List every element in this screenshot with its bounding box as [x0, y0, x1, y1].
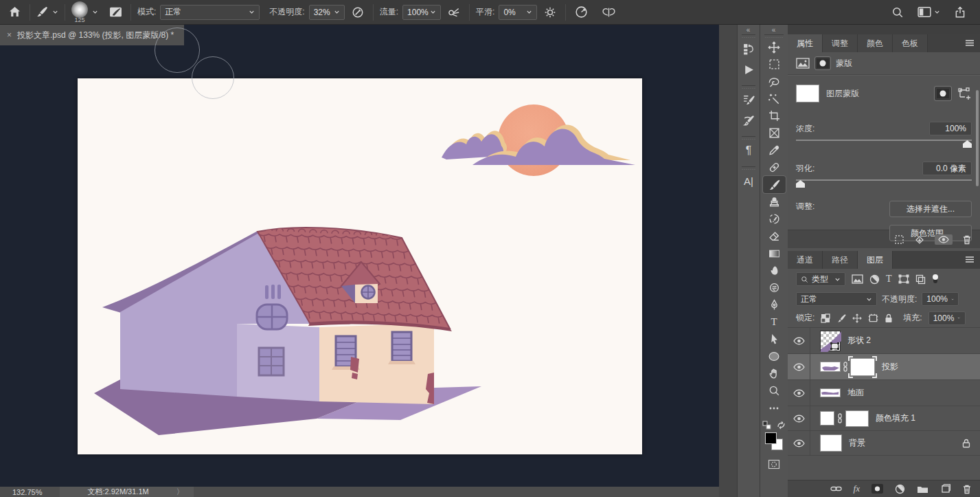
tab-swatches[interactable]: 色板: [893, 34, 928, 52]
panel-menu-icon[interactable]: [965, 256, 975, 263]
smoothing-options-gear-icon[interactable]: [541, 3, 559, 21]
apply-mask-icon[interactable]: [914, 234, 925, 245]
smudge-tool[interactable]: [763, 262, 786, 279]
lock-pixels-icon[interactable]: [836, 313, 846, 323]
clone-stamp-tool[interactable]: [763, 193, 786, 210]
layer-thumbnail[interactable]: [820, 434, 842, 452]
tab-channels[interactable]: 通道: [788, 251, 823, 269]
actions-panel-icon[interactable]: [738, 59, 760, 80]
layer-fill-select[interactable]: 100%: [928, 311, 966, 325]
brush-settings-panel-icon[interactable]: [738, 89, 760, 110]
collapse-panels-button[interactable]: «: [738, 25, 760, 34]
magic-wand-tool[interactable]: [763, 90, 786, 107]
select-and-mask-button[interactable]: 选择并遮住...: [889, 201, 972, 217]
collapse-tools-button[interactable]: «: [760, 25, 788, 34]
vector-mask-button[interactable]: [958, 87, 972, 100]
panel-menu-icon[interactable]: [965, 39, 975, 47]
new-group-icon[interactable]: [917, 485, 928, 494]
opacity-select[interactable]: 32%: [309, 5, 345, 20]
layer-thumbnail[interactable]: [820, 331, 841, 351]
type-tool[interactable]: T: [763, 313, 786, 331]
tab-adjustments[interactable]: 调整: [823, 34, 858, 52]
marquee-tool[interactable]: [763, 56, 786, 73]
brush-settings-panel-toggle[interactable]: [106, 3, 124, 21]
fill-layer-swatch[interactable]: [820, 411, 834, 426]
mask-link-icon[interactable]: [842, 362, 849, 372]
layer-row[interactable]: 颜色填充 1: [788, 406, 980, 431]
character-panel-icon[interactable]: A|: [738, 170, 760, 191]
filter-toggle-switch[interactable]: [932, 274, 939, 285]
layer-filter-select[interactable]: 类型: [796, 272, 845, 286]
brush-tool[interactable]: [763, 176, 786, 193]
layer-row[interactable]: 背景: [788, 431, 980, 456]
mask-link-icon[interactable]: [836, 413, 843, 423]
zoom-level[interactable]: 132.75%: [12, 488, 42, 496]
layer-visibility-eye-icon[interactable]: [788, 431, 810, 455]
feather-slider[interactable]: [796, 177, 972, 187]
status-chevron-icon[interactable]: 〉: [176, 487, 184, 497]
hand-tool[interactable]: [763, 365, 786, 382]
mask-visibility-toggle[interactable]: [935, 234, 953, 245]
tab-layers[interactable]: 图层: [858, 251, 893, 269]
lasso-tool[interactable]: [763, 73, 786, 90]
feather-field[interactable]: 0.0 像素: [922, 162, 972, 175]
layer-row[interactable]: 地面: [788, 380, 980, 406]
layer-effects-icon[interactable]: fx: [854, 483, 860, 494]
pixel-layer-icon[interactable]: [796, 58, 810, 69]
layer-visibility-eye-icon[interactable]: [788, 380, 810, 406]
dodge-tool[interactable]: [763, 279, 786, 296]
gradient-tool[interactable]: [763, 245, 786, 262]
lock-all-icon[interactable]: [885, 313, 893, 323]
eyedropper-tool[interactable]: [763, 142, 786, 159]
filter-type-icon[interactable]: T: [886, 274, 892, 285]
crop-tool[interactable]: [763, 107, 786, 124]
tab-paths[interactable]: 路径: [823, 251, 858, 269]
background-lock-icon[interactable]: [962, 439, 970, 448]
tab-properties[interactable]: 属性: [788, 34, 823, 52]
quick-mask-button[interactable]: [763, 456, 786, 473]
pressure-opacity-icon[interactable]: [349, 3, 367, 21]
lock-transparency-icon[interactable]: [821, 313, 830, 323]
filter-adjustment-icon[interactable]: [869, 274, 880, 285]
brushes-panel-icon[interactable]: [738, 110, 760, 131]
filter-pixel-icon[interactable]: [852, 274, 863, 284]
eraser-tool[interactable]: [763, 228, 786, 245]
brush-tool-preset[interactable]: [36, 6, 58, 18]
new-layer-icon[interactable]: [940, 484, 950, 494]
layer-opacity-select[interactable]: 100%: [922, 292, 959, 306]
pressure-size-icon[interactable]: [600, 3, 617, 21]
layer-mask-thumbnail[interactable]: [796, 85, 819, 102]
layer-visibility-eye-icon[interactable]: [788, 354, 810, 379]
filter-shape-icon[interactable]: [898, 274, 909, 284]
layer-visibility-eye-icon[interactable]: [788, 406, 810, 430]
more-tools[interactable]: [763, 399, 786, 417]
swap-colors-icon[interactable]: [777, 421, 786, 430]
share-icon[interactable]: [951, 3, 969, 21]
close-icon[interactable]: ×: [7, 30, 12, 40]
smoothing-select[interactable]: 0%: [499, 5, 537, 20]
tab-color[interactable]: 颜色: [858, 34, 893, 52]
search-icon[interactable]: [889, 3, 907, 21]
healing-brush-tool[interactable]: [763, 159, 786, 176]
workspace-switcher[interactable]: [918, 6, 940, 18]
layer-mask-thumbnail[interactable]: [850, 358, 875, 376]
layer-thumbnail[interactable]: [820, 362, 841, 372]
zoom-tool[interactable]: [763, 382, 786, 399]
flow-select[interactable]: 100%: [402, 5, 441, 20]
foreground-background-colors[interactable]: [765, 432, 783, 450]
layer-thumbnail[interactable]: [820, 388, 841, 397]
add-mask-icon[interactable]: [871, 484, 883, 494]
paragraph-panel-icon[interactable]: ¶: [738, 140, 760, 161]
home-button[interactable]: [5, 3, 23, 21]
path-select-tool[interactable]: [763, 331, 786, 348]
default-colors-icon[interactable]: [762, 421, 771, 430]
density-slider[interactable]: [796, 137, 972, 147]
layer-visibility-eye-icon[interactable]: [788, 328, 810, 353]
layer-blend-mode-select[interactable]: 正常: [796, 292, 877, 306]
frame-tool[interactable]: [763, 124, 786, 142]
layer-row-selected[interactable]: 投影: [788, 354, 980, 380]
panel-scrollbar[interactable]: [976, 90, 979, 186]
lock-artboard-icon[interactable]: [868, 313, 878, 323]
delete-mask-icon[interactable]: [962, 234, 972, 245]
history-panel-icon[interactable]: [738, 38, 760, 59]
